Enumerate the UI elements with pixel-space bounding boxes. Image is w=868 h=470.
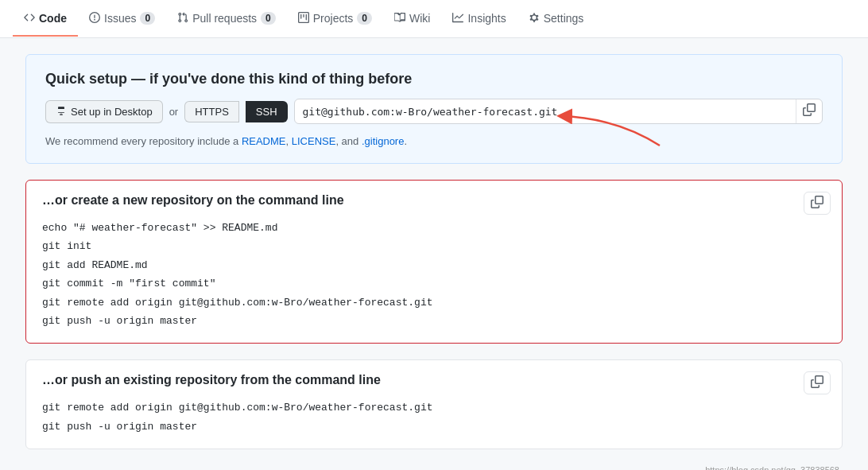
- push-existing-code: git remote add origin git@github.com:w-B…: [42, 398, 826, 436]
- tab-bar: Code Issues 0 Pull requests 0 Projects 0…: [0, 0, 868, 38]
- tab-code[interactable]: Code: [13, 2, 78, 37]
- recommend-text: We recommend every repository include a …: [45, 135, 823, 147]
- tab-issues-label: Issues: [104, 12, 136, 25]
- push-existing-section: …or push an existing repository from the…: [25, 359, 843, 449]
- tab-code-label: Code: [39, 12, 67, 25]
- tab-pull-requests[interactable]: Pull requests 0: [166, 2, 287, 37]
- push-code-line-1: git remote add origin git@github.com:w-B…: [42, 398, 826, 417]
- https-button[interactable]: HTTPS: [184, 101, 239, 122]
- tab-wiki-label: Wiki: [409, 12, 430, 25]
- tab-projects-label: Projects: [313, 12, 354, 25]
- license-link[interactable]: LICENSE: [292, 135, 336, 147]
- code-icon: [24, 12, 35, 25]
- tab-insights[interactable]: Insights: [441, 2, 517, 37]
- quick-setup-title: Quick setup — if you've done this kind o…: [45, 71, 823, 87]
- copy-url-button[interactable]: [796, 99, 822, 123]
- readme-link[interactable]: README: [242, 135, 286, 147]
- code-line-1: echo "# weather-forecast" >> README.md: [42, 219, 826, 237]
- projects-badge: 0: [357, 12, 372, 25]
- setup-row: Set up in Desktop or HTTPS SSH: [45, 99, 823, 124]
- desktop-icon: [56, 105, 67, 118]
- setup-desktop-button[interactable]: Set up in Desktop: [45, 100, 163, 123]
- tab-insights-label: Insights: [467, 12, 506, 25]
- wiki-icon: [394, 12, 405, 25]
- code-line-6: git push -u origin master: [42, 312, 826, 330]
- issues-icon: [89, 12, 100, 25]
- ssh-button[interactable]: SSH: [246, 101, 288, 122]
- footer-watermark: https://blog.csdn.net/qq_37838568: [25, 465, 843, 470]
- code-line-2: git init: [42, 237, 826, 255]
- tab-projects[interactable]: Projects 0: [287, 2, 383, 37]
- git-url-container: [294, 99, 823, 124]
- git-url-input[interactable]: [295, 102, 796, 122]
- quick-setup-section: Quick setup — if you've done this kind o…: [25, 54, 843, 164]
- pull-request-icon: [177, 12, 188, 25]
- settings-icon: [529, 12, 540, 25]
- tab-wiki[interactable]: Wiki: [383, 2, 441, 37]
- tab-settings[interactable]: Settings: [517, 2, 595, 37]
- tab-settings-label: Settings: [544, 12, 584, 25]
- code-line-5: git remote add origin git@github.com:w-B…: [42, 293, 826, 312]
- ssh-label: SSH: [256, 106, 277, 118]
- or-label: or: [169, 106, 179, 118]
- gitignore-link[interactable]: .gitignore: [362, 135, 404, 147]
- tab-issues[interactable]: Issues 0: [78, 2, 166, 37]
- push-existing-title: …or push an existing repository from the…: [42, 373, 826, 387]
- code-line-4: git commit -m "first commit": [42, 274, 826, 293]
- create-repo-section: …or create a new repository on the comma…: [25, 180, 843, 344]
- copy-push-existing-button[interactable]: [804, 371, 831, 394]
- issues-badge: 0: [140, 12, 155, 25]
- push-code-line-2: git push -u origin master: [42, 418, 826, 436]
- https-label: HTTPS: [195, 106, 229, 118]
- create-repo-code: echo "# weather-forecast" >> README.md g…: [42, 219, 826, 330]
- insights-icon: [452, 12, 463, 25]
- tab-pull-requests-label: Pull requests: [192, 12, 257, 25]
- copy-create-repo-button[interactable]: [804, 192, 831, 215]
- create-repo-title: …or create a new repository on the comma…: [42, 193, 826, 208]
- projects-icon: [298, 12, 309, 25]
- code-line-3: git add README.md: [42, 256, 826, 274]
- main-content: Quick setup — if you've done this kind o…: [13, 38, 855, 470]
- pull-requests-badge: 0: [261, 12, 276, 25]
- setup-desktop-label: Set up in Desktop: [71, 106, 153, 118]
